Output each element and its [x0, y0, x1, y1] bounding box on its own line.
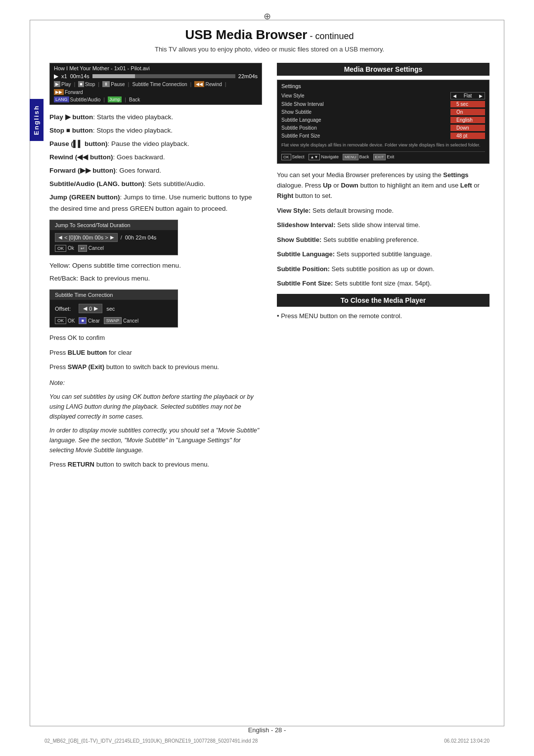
forward-btn-icon: ▶▶: [54, 89, 64, 95]
subtitle-cancel-btn: SWAP Cancel: [104, 317, 138, 324]
rewind-desc: Rewind (◀◀ button): Goes backward.: [49, 152, 262, 163]
note-text-2: In order to display movie subtitles corr…: [49, 425, 262, 455]
press-return-bold: RETURN: [68, 461, 94, 468]
page-footer: English - 28 -: [44, 726, 490, 734]
footer-page-text: English - 28 -: [248, 726, 286, 734]
settings-row-subtitle-lang: Subtitle Language English: [281, 117, 485, 123]
show-subtitle-desc: Show Subtitle: Sets subtitle enabling pr…: [277, 235, 490, 245]
vs-value: Flat: [464, 93, 472, 98]
jump-btn: Jump: [108, 96, 122, 102]
forward-rest: : Goes forward.: [116, 167, 161, 174]
press-blue-text: Press BLUE button for clear: [49, 347, 262, 358]
subtitle-pos-label: Subtitle Position: [281, 125, 450, 131]
view-style-desc: View Style: Sets default browsing mode.: [277, 205, 490, 216]
player-speed: x1: [61, 73, 67, 79]
arrow-right-icon: ▶: [110, 235, 114, 240]
sub-cancel-label: Cancel: [123, 318, 138, 324]
subtitle-lang-desc: Subtitle Language: Sets supported subtit…: [277, 249, 490, 259]
jump-dialog: Jump To Second/Total Duration ◀ < [0]0h …: [49, 220, 178, 255]
compass-icon: ⊕: [264, 11, 271, 22]
subtitle-pos-rest: Sets subtitle position as up or down.: [330, 265, 435, 273]
stop-desc: Stop ■ button: Stops the video playback.: [49, 125, 262, 137]
press-ok-text: Press OK to confim: [49, 332, 262, 343]
subtitle-font-desc: Subtitle Font Size: Sets subtitle font s…: [277, 278, 490, 288]
footer-date: 06.02.2012 13:04:20: [444, 738, 490, 744]
back-ctrl: Back: [129, 97, 140, 102]
sec-label: sec: [106, 306, 115, 312]
to-close-header: To Close the Media Player: [277, 294, 490, 307]
cancel-label: Cancel: [89, 245, 104, 251]
settings-title: Settings: [281, 83, 485, 89]
subtitle-time-ctrl: Subtitle Time Connection: [132, 82, 187, 87]
subtitle-font-value: 48 pt: [450, 133, 485, 139]
jump-ok-btn: OK Ok: [55, 245, 74, 252]
play-ctrl: ▶ Play: [54, 81, 71, 87]
stop-btn-icon: ■: [78, 81, 84, 87]
yellow-text: Yellow: Opens subtitle time correction m…: [49, 260, 262, 272]
subtitle-audio-label: Subtitle/Audio: [70, 97, 101, 102]
subtitle-dialog-buttons: OK OK ■ Clear SWAP Cancel: [55, 317, 173, 324]
settings-row-subtitle-font: Subtitle Font Size 48 pt: [281, 133, 485, 139]
player-controls: ▶ Play | ■ Stop | ⏸ Pause | Subt: [54, 81, 258, 95]
play-btn-label: Play: [61, 82, 71, 87]
settings-footer: OK Select ▲▼ Navigate MENU Back EXIT Exi…: [281, 151, 485, 160]
down-bold: Down: [341, 182, 358, 189]
footer-select-label: Select: [292, 154, 305, 159]
show-subtitle-label: Show Subtitle: [281, 109, 450, 115]
stop-bold: Stop ■ button: [49, 127, 93, 134]
pause-btn-icon: ⏸: [102, 81, 110, 87]
subtitle-rest: : Sets subtitle/Audio.: [144, 180, 205, 188]
view-style-bold: View Style:: [277, 207, 311, 214]
dialog-slash: /: [121, 235, 122, 240]
player-title: How I Met Your Mother - 1x01 - Pilot.avi: [54, 65, 258, 71]
vs-arrow-right: ▶: [479, 94, 483, 98]
page-subtitle: This TV allows you to enjoy photo, video…: [49, 46, 490, 53]
subtitle-value: 0: [89, 306, 92, 312]
play-btn-icon: ▶: [54, 81, 60, 87]
press-menu-text: • Press MENU button on the remote contro…: [277, 311, 490, 321]
stop-rest: : Stops the video playback.: [93, 127, 173, 134]
page-title-continued: - continued: [308, 31, 354, 41]
slideshow-bold: Slideshow Interval:: [277, 221, 335, 229]
navigate-icon: ▲▼: [309, 154, 320, 160]
play-icon: ▶: [54, 73, 58, 80]
slideshow-rest: Sets slide show interval time.: [335, 221, 420, 229]
player-time-current: 00m14s: [70, 73, 89, 79]
pause-btn-label: Pause: [111, 82, 125, 87]
jump-desc: Jump (GREEN button): Jumps to time. Use …: [49, 192, 262, 215]
sub-arrow-left: ◀: [83, 305, 87, 312]
left-bold: Left: [460, 182, 472, 189]
two-column-layout: How I Met Your Mother - 1x01 - Pilot.avi…: [49, 63, 490, 474]
back-icon: MENU: [343, 154, 358, 160]
play-rest: : Starts the video playback.: [93, 113, 173, 121]
subtitle-dialog-title: Subtitle Time Correction: [50, 290, 178, 300]
jump-cancel-btn: ↩ Cancel: [78, 245, 104, 252]
main-content: USB Media Browser - continued This TV al…: [49, 27, 490, 474]
jump-input-value: < [0]0h 00m 00s >: [64, 235, 108, 240]
jump-ctrl: Jump: [108, 96, 122, 102]
footer-navigate-label: Navigate: [321, 154, 339, 159]
player-progress-row: ▶ x1 00m14s 22m04s: [54, 73, 258, 80]
right-intro-text: You can set your Media Browser preferenc…: [277, 170, 490, 201]
settings-row-subtitle-pos: Subtitle Position Down: [281, 125, 485, 131]
lang-btn: LANG: [54, 96, 69, 102]
subtitle-lang-label: Subtitle Language: [281, 117, 450, 123]
footer-filename: 02_MB62_[GB]_(01-TV)_IDTV_(22145LED_1910…: [44, 738, 258, 744]
jump-dialog-title: Jump To Second/Total Duration: [50, 220, 178, 230]
view-style-label: View Style: [281, 93, 450, 98]
footer-exit: EXIT Exit: [373, 154, 395, 160]
forward-desc: Forward (▶▶ button): Goes forward.: [49, 165, 262, 177]
subtitle-ok-btn: OK OK: [55, 317, 75, 324]
pause-ctrl: ⏸ Pause: [102, 81, 125, 87]
back-label: Back: [129, 97, 140, 102]
press-blue-bold: BLUE button: [68, 349, 107, 356]
footer-navigate: ▲▼ Navigate: [309, 154, 339, 160]
page-title-main: USB Media Browser: [185, 27, 307, 42]
subtitle-pos-value: Down: [450, 125, 485, 131]
lang-ctrl: LANG Subtitle/Audio: [54, 96, 100, 102]
subtitle-time-dialog: Subtitle Time Correction Offset: ◀ 0 ▶ s…: [49, 289, 178, 328]
right-column: Media Browser Settings Settings View Sty…: [277, 63, 490, 325]
ok-icon: OK: [281, 154, 291, 160]
pause-rest: : Pause the video playback.: [107, 140, 189, 147]
up-bold: Up: [323, 182, 331, 189]
